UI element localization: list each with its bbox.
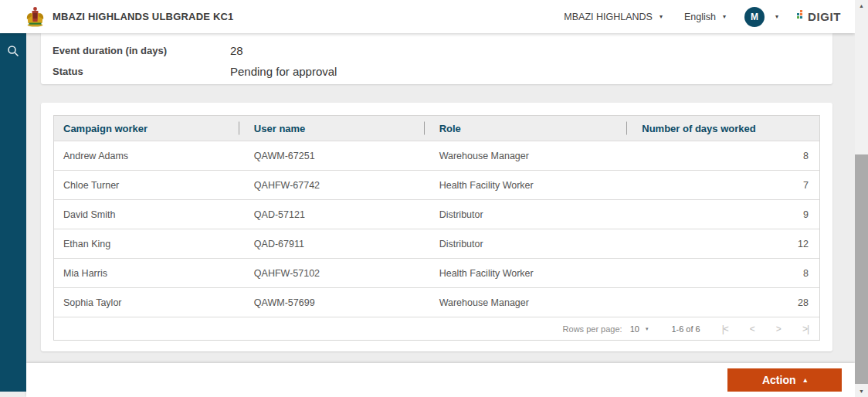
table-row: David Smith QAD-57121 Distributor 9 <box>54 199 819 229</box>
cell-role: Warehouse Manager <box>421 297 624 308</box>
table-header-row: Campaign worker User name Role Number of… <box>54 116 819 141</box>
scroll-down-button[interactable]: ▼ <box>855 385 868 397</box>
cell-days-worked: 9 <box>623 209 819 220</box>
cell-role: Warehouse Manager <box>421 151 624 161</box>
cell-user-name: QAD-67911 <box>236 239 421 249</box>
cell-user-name: QAD-57121 <box>236 209 421 220</box>
table-card: Campaign worker User name Role Number of… <box>41 103 832 351</box>
column-header: Campaign worker <box>54 123 236 134</box>
rows-per-page-value: 10 <box>630 324 639 334</box>
caret-down-icon: ▾ <box>723 14 726 20</box>
caret-up-icon: ▴ <box>804 377 808 384</box>
cell-user-name: QAWM-57699 <box>236 297 421 308</box>
column-divider <box>239 122 239 135</box>
user-menu-caret-down-icon[interactable]: ▾ <box>775 14 778 20</box>
sidebar <box>0 33 26 392</box>
cell-campaign-worker: Sophia Taylor <box>54 297 236 308</box>
cell-role: Distributor <box>421 239 624 249</box>
cell-days-worked: 8 <box>623 268 819 279</box>
rows-per-page-label: Rows per page: <box>563 324 622 334</box>
workers-table: Campaign worker User name Role Number of… <box>53 115 820 341</box>
detail-label: Event duration (in days) <box>53 45 230 56</box>
city-dropdown-label: MBAZI HIGHLANDS <box>564 12 653 22</box>
column-divider <box>626 122 627 135</box>
cell-campaign-worker: Mia Harris <box>54 268 236 279</box>
cell-campaign-worker: Ethan King <box>54 239 236 249</box>
cell-campaign-worker: Chloe Turner <box>54 180 236 191</box>
previous-page-button[interactable]: < <box>750 324 754 334</box>
action-button[interactable]: Action ▴ <box>727 368 842 392</box>
caret-down-icon: ▾ <box>646 326 649 332</box>
column-divider <box>424 122 425 135</box>
header-actions: MBAZI HIGHLANDS ▾ English ▾ M ▾ <box>564 7 841 27</box>
cell-user-name: QAHFW-57102 <box>236 268 421 279</box>
details-card: Event duration (in days) 28 Status Pendi… <box>41 33 832 84</box>
user-avatar[interactable]: M <box>744 7 765 27</box>
pagination-range-label: 1-6 of 6 <box>671 324 700 334</box>
cell-days-worked: 8 <box>623 151 819 161</box>
column-header: Role <box>421 123 624 134</box>
table-row: Mia Harris QAHFW-57102 Health Facility W… <box>54 258 819 287</box>
next-page-button[interactable]: > <box>776 324 781 334</box>
footer-action-bar: Action ▴ <box>26 363 855 397</box>
vertical-scrollbar[interactable]: ▲ ▼ <box>855 0 868 397</box>
cell-days-worked: 28 <box>623 297 819 308</box>
digit-logo-text: DIGIT <box>808 10 841 23</box>
table-row: Sophia Taylor QAWM-57699 Warehouse Manag… <box>54 287 819 317</box>
cell-user-name: QAHFW-67742 <box>236 180 421 191</box>
cell-campaign-worker: Andrew Adams <box>54 151 236 161</box>
language-dropdown-label: English <box>684 12 716 22</box>
cell-user-name: QAWM-67251 <box>236 151 421 161</box>
municipal-emblem-icon <box>25 6 45 27</box>
search-icon <box>7 45 19 60</box>
cell-role: Distributor <box>421 209 624 220</box>
column-header: Number of days worked <box>623 123 819 134</box>
cell-role: Health Facility Worker <box>421 180 624 191</box>
cell-days-worked: 12 <box>623 239 819 249</box>
app-window: MBAZI HIGHLANDS ULBGRADE KC1 MBAZI HIGHL… <box>0 0 868 397</box>
caret-down-icon: ▾ <box>659 14 663 20</box>
scroll-up-button[interactable]: ▲ <box>855 0 868 12</box>
detail-value: Pending for approval <box>230 65 337 78</box>
rows-per-page-select[interactable]: 10 ▾ <box>630 324 649 334</box>
digit-logo-icon <box>797 10 805 24</box>
scrollbar-thumb[interactable] <box>855 154 868 384</box>
table-row: Chloe Turner QAHFW-67742 Health Facility… <box>54 170 819 199</box>
column-header: User name <box>236 123 421 134</box>
detail-row: Event duration (in days) 28 <box>53 40 832 61</box>
last-page-button[interactable]: >| <box>802 324 809 334</box>
detail-row: Status Pending for approval <box>53 61 832 82</box>
digit-logo: DIGIT <box>797 10 841 24</box>
table-row: Ethan King QAD-67911 Distributor 12 <box>54 229 819 258</box>
sidebar-search-button[interactable] <box>5 45 21 60</box>
cell-role: Health Facility Worker <box>421 268 624 279</box>
app-header: MBAZI HIGHLANDS ULBGRADE KC1 MBAZI HIGHL… <box>0 0 855 33</box>
detail-label: Status <box>53 66 230 77</box>
detail-value: 28 <box>230 44 243 57</box>
city-dropdown[interactable]: MBAZI HIGHLANDS ▾ <box>564 12 663 22</box>
cell-days-worked: 7 <box>623 180 819 191</box>
table-pagination: Rows per page: 10 ▾ 1-6 of 6 |< < > >| <box>54 317 819 340</box>
page-title: MBAZI HIGHLANDS ULBGRADE KC1 <box>53 11 234 22</box>
first-page-button[interactable]: |< <box>722 324 728 334</box>
action-button-label: Action <box>762 374 796 386</box>
language-dropdown[interactable]: English ▾ <box>684 12 726 22</box>
table-row: Andrew Adams QAWM-67251 Warehouse Manage… <box>54 141 819 170</box>
cell-campaign-worker: David Smith <box>54 209 236 220</box>
